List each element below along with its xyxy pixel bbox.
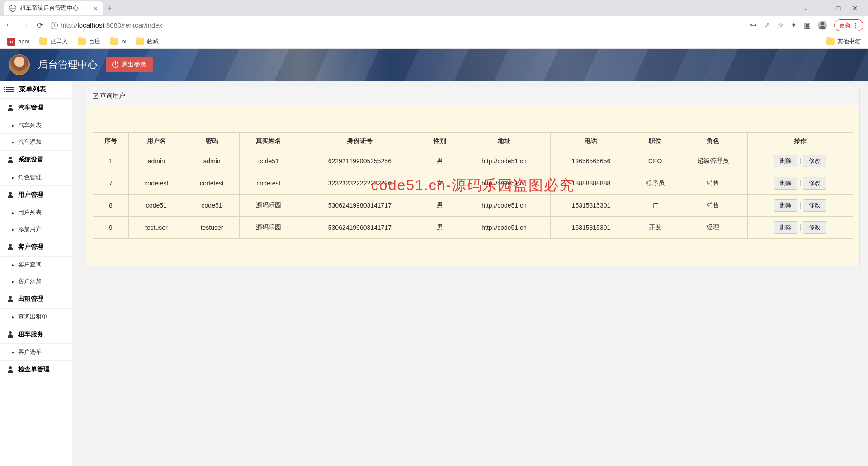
sidebar-group-label: 汽车管理 <box>18 104 43 112</box>
table-cell: 开发 <box>632 217 679 239</box>
close-icon[interactable]: × <box>94 5 98 12</box>
edit-button[interactable]: 修改 <box>803 155 826 167</box>
edit-button[interactable]: 修改 <box>803 177 826 190</box>
forward-button[interactable]: → <box>20 20 29 30</box>
table-cell: 销售 <box>679 172 748 195</box>
sidebar-item[interactable]: 客户添加 <box>0 273 72 290</box>
password-key-icon[interactable]: ⊶ <box>750 21 757 29</box>
table-cell: 源码乐园 <box>240 217 297 239</box>
delete-button[interactable]: 删除 <box>774 155 797 167</box>
folder-icon <box>39 38 47 45</box>
user-table: 序号用户名密码真实姓名身份证号性别地址电话职位角色操作 1adminadminc… <box>93 132 853 239</box>
folder-icon <box>136 38 144 45</box>
sidebar-item[interactable]: 汽车列表 <box>0 117 72 134</box>
panel: 查询用户 code51.cn-源码乐园盗图必究 序号用户名密码真实姓名身份证号性… <box>86 87 860 266</box>
update-button[interactable]: 更新⋮ <box>834 19 863 31</box>
bookmark-star-icon[interactable]: ☆ <box>777 21 783 29</box>
other-bookmarks[interactable]: 其他书签 <box>820 38 861 46</box>
sidebar-item[interactable]: 角色管理 <box>0 169 72 186</box>
table-cell: admin <box>184 150 240 172</box>
bookmark-npm[interactable]: nnpm <box>7 38 29 46</box>
sidebar-group[interactable]: 租车服务 <box>0 325 72 344</box>
address-field[interactable]: i http://localhost:8080/rentcar/index <box>51 21 743 29</box>
table-cell: 8 <box>93 195 129 217</box>
minimize-button[interactable]: — <box>819 5 826 12</box>
profile-avatar-icon[interactable] <box>818 21 827 30</box>
share-icon[interactable]: ↗ <box>764 21 770 29</box>
reload-button[interactable]: ⟳ <box>35 20 44 30</box>
table-cell: 销售 <box>679 195 748 217</box>
tab-bar: 租车系统后台管理中心 × + ⌄ — □ ✕ <box>0 0 868 16</box>
logout-button[interactable]: 退出登录 <box>106 57 153 72</box>
maximize-button[interactable]: □ <box>835 5 842 12</box>
table-cell: 男 <box>422 150 458 172</box>
content-area: 查询用户 code51.cn-源码乐园盗图必究 序号用户名密码真实姓名身份证号性… <box>72 81 868 466</box>
table-cell: IT <box>632 195 679 217</box>
sidebar-group[interactable]: 汽车管理 <box>0 99 72 117</box>
sidebar-item[interactable]: 汽车添加 <box>0 134 72 151</box>
sidebar-item[interactable]: 查询出租单 <box>0 309 72 325</box>
edit-button[interactable]: 修改 <box>803 221 826 234</box>
table-row: 8code51code51源码乐园530624199803141717男http… <box>93 195 853 217</box>
sidebar-item[interactable]: 客户选车 <box>0 344 72 361</box>
sidebar-group[interactable]: 客户管理 <box>0 238 72 257</box>
close-window-button[interactable]: ✕ <box>852 5 858 12</box>
bookmark-rx[interactable]: rx <box>110 38 126 45</box>
delete-button[interactable]: 删除 <box>774 221 797 234</box>
sidebar-group[interactable]: 检查单管理 <box>0 361 72 379</box>
table-action-cell: 删除|修改 <box>748 195 853 217</box>
new-tab-button[interactable]: + <box>108 4 113 13</box>
sidebar-item-label: 汽车列表 <box>18 121 42 129</box>
folder-icon <box>826 38 835 45</box>
folder-icon <box>110 38 118 45</box>
table-cell: 622921199005255256 <box>297 150 422 172</box>
sidebar-group[interactable]: 出租管理 <box>0 290 72 309</box>
table-cell: codetest <box>184 172 240 195</box>
bookmark-fav[interactable]: 收藏 <box>136 38 159 46</box>
table-cell: 男 <box>422 195 458 217</box>
app-title: 后台管理中心 <box>38 58 98 71</box>
sidebar-group[interactable]: 系统设置 <box>0 151 72 169</box>
sidebar-item-label: 客户添加 <box>18 277 42 285</box>
user-avatar[interactable] <box>9 54 30 75</box>
table-cell: 7 <box>93 172 129 195</box>
table-action-cell: 删除|修改 <box>748 217 853 239</box>
sidebar-item-label: 用户列表 <box>18 209 42 217</box>
back-button[interactable]: ← <box>5 20 14 30</box>
table-cell: 323232322222222226 <box>297 172 422 195</box>
sidebar-item[interactable]: 用户列表 <box>0 204 72 221</box>
table-cell: codetest <box>240 172 297 195</box>
table-header-cell: 真实姓名 <box>240 133 297 150</box>
site-info-icon[interactable]: i <box>51 22 58 29</box>
delete-button[interactable]: 删除 <box>774 199 797 212</box>
table-cell: codetest <box>128 172 184 195</box>
chevron-down-icon[interactable]: ⌄ <box>803 5 809 12</box>
table-cell: http://code51.cn <box>458 195 551 217</box>
table-cell: testuser <box>184 217 240 239</box>
sidebar-item-label: 角色管理 <box>18 173 42 181</box>
sidebar: 菜单列表 汽车管理汽车列表汽车添加系统设置角色管理用户管理用户列表添加用户客户管… <box>0 81 72 466</box>
sidebar-group-label: 客户管理 <box>18 243 43 251</box>
browser-tab[interactable]: 租车系统后台管理中心 × <box>4 1 103 15</box>
table-cell: 15315315301 <box>550 195 632 217</box>
table-cell: 男 <box>422 217 458 239</box>
table-cell: 13656565656 <box>550 150 632 172</box>
person-icon <box>7 296 14 302</box>
url-text: http://localhost:8080/rentcar/index <box>61 21 162 29</box>
app-header: 后台管理中心 退出登录 <box>0 49 868 81</box>
delete-button[interactable]: 删除 <box>774 177 797 190</box>
edit-button[interactable]: 修改 <box>803 199 826 212</box>
table-cell: 源码乐园 <box>240 195 297 217</box>
table-action-cell: 删除|修改 <box>748 172 853 195</box>
sidebar-item[interactable]: 添加用户 <box>0 221 72 238</box>
table-cell: 15315315301 <box>550 217 632 239</box>
table-header-cell: 序号 <box>93 133 129 150</box>
bookmark-baidu[interactable]: 百度 <box>78 38 100 46</box>
table-row: 9testusertestuser源码乐园530624199603141717男… <box>93 217 853 239</box>
bookmark-import[interactable]: 已导入 <box>39 38 68 46</box>
sidebar-group-label: 用户管理 <box>18 191 43 199</box>
extensions-icon[interactable]: ✦ <box>791 21 797 29</box>
sidebar-group[interactable]: 用户管理 <box>0 186 72 204</box>
sidebar-item[interactable]: 客户查询 <box>0 257 72 273</box>
side-panel-icon[interactable]: ▣ <box>804 21 811 29</box>
